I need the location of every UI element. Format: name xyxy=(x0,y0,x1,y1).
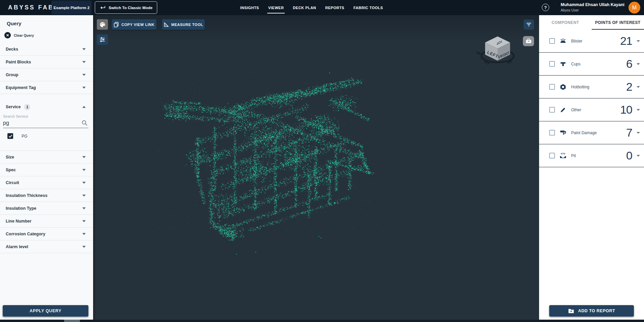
nav-tab-insights[interactable]: INSIGHTS xyxy=(240,0,259,15)
pit-icon xyxy=(559,152,567,159)
filter-accordion-size[interactable]: Size xyxy=(0,151,93,164)
filter-label: Corrosion Category xyxy=(6,232,45,236)
pg-option-label: PG xyxy=(22,134,27,139)
blister-icon xyxy=(559,37,567,45)
other-checkbox[interactable] xyxy=(549,107,555,113)
filter-label: Equipment Tag xyxy=(6,85,36,90)
user-menu[interactable]: Muhammad Ehsan Ullah Kayani Abyss User xyxy=(561,2,624,12)
other-icon xyxy=(559,106,567,114)
clear-query-button[interactable]: Clear Query xyxy=(4,32,93,38)
platform-selector[interactable]: Example Platform 2 xyxy=(52,1,91,14)
poi-row-paint-damage: Paint Damage7 xyxy=(539,121,644,144)
poi-label: Hotbolting xyxy=(571,85,589,89)
poi-filter-button[interactable] xyxy=(524,20,534,30)
poi-label: Pit xyxy=(571,153,576,158)
filter-label: Spec xyxy=(6,168,16,172)
avatar[interactable]: M xyxy=(628,2,640,13)
main-nav: INSIGHTSVIEWERDECK PLANREPORTSFABRIC TOO… xyxy=(240,0,383,15)
chevron-down-icon xyxy=(82,207,86,209)
clear-query-label: Clear Query xyxy=(14,33,34,37)
filter-accordion-service[interactable]: Service 1 xyxy=(0,99,93,114)
poi-row-other: Other10 xyxy=(539,98,644,121)
poi-count: 0 xyxy=(626,149,632,162)
return-arrow-icon xyxy=(100,5,106,10)
chevron-down-icon xyxy=(82,74,86,76)
poi-list: Blister21Cups6Hotbolting2Other10Paint Da… xyxy=(539,30,644,167)
folder-plus-icon xyxy=(568,309,574,314)
tab-points-of-interest[interactable]: POINTS OF INTEREST xyxy=(592,15,644,30)
chevron-down-icon[interactable] xyxy=(637,40,640,42)
chevron-down-icon xyxy=(82,48,86,50)
filter-accordion-paint-blocks[interactable]: Paint Blocks xyxy=(0,56,93,68)
filter-accordion-equipment-tag[interactable]: Equipment Tag xyxy=(0,81,93,94)
service-count-badge: 1 xyxy=(24,104,30,110)
paint-damage-icon xyxy=(559,129,567,137)
orientation-cube[interactable]: TOP LEFT FRONT xyxy=(471,33,525,77)
copy-view-link-button[interactable]: COPY VIEW LINK xyxy=(112,19,157,30)
filter-accordion-spec[interactable]: Spec xyxy=(0,164,93,176)
help-icon[interactable]: ? xyxy=(542,4,549,11)
clear-circle-x-icon xyxy=(4,32,11,38)
search-service-input[interactable] xyxy=(3,120,81,126)
copy-view-link-label: COPY VIEW LINK xyxy=(121,23,155,27)
filter-label: Size xyxy=(6,155,14,159)
poi-row-cups: Cups6 xyxy=(539,53,644,76)
switch-to-classic-mode-button[interactable]: Switch To Classic Mode xyxy=(95,1,157,14)
copy-icon xyxy=(114,22,119,27)
filter-accordion-corrosion-category[interactable]: Corrosion Category xyxy=(0,228,93,240)
filter-list-icon xyxy=(526,22,532,27)
paint-damage-checkbox[interactable] xyxy=(549,130,555,136)
chevron-down-icon xyxy=(82,246,86,248)
measure-tool-button[interactable]: MEASURE TOOL xyxy=(162,19,205,30)
chevron-down-icon xyxy=(82,61,86,63)
poi-count: 6 xyxy=(626,57,632,70)
apply-query-button[interactable]: APPLY QUERY xyxy=(3,305,88,317)
horizontal-scrollbar-thumb[interactable] xyxy=(64,320,80,322)
chevron-down-icon[interactable] xyxy=(637,132,640,134)
measure-ruler-icon xyxy=(164,22,169,27)
nav-tab-viewer[interactable]: VIEWER xyxy=(268,0,284,15)
poi-label: Paint Damage xyxy=(571,130,597,135)
point-cloud-viewer: COPY VIEW LINK MEASURE TOOL TOP LEFT FRO… xyxy=(93,15,539,320)
nav-tab-reports[interactable]: REPORTS xyxy=(325,0,344,15)
poi-panel: COMPONENTPOINTS OF INTEREST Blister21Cup… xyxy=(539,15,644,320)
chevron-down-icon[interactable] xyxy=(637,109,640,111)
add-to-report-button[interactable]: ADD TO REPORT xyxy=(549,305,634,317)
color-palette-button[interactable] xyxy=(97,19,108,30)
pg-checkbox[interactable] xyxy=(7,133,13,139)
filter-accordion-alarm-level[interactable]: Alarm level xyxy=(0,240,93,253)
filter-accordion-line-number[interactable]: Line Number xyxy=(0,215,93,228)
chevron-down-icon xyxy=(82,87,86,89)
chevron-down-icon[interactable] xyxy=(637,63,640,65)
filter-label: Alarm level xyxy=(6,244,28,249)
poi-label: Other xyxy=(571,108,581,112)
chevron-down-icon xyxy=(82,182,86,184)
horizontal-scrollbar xyxy=(0,320,644,322)
hotbolting-checkbox[interactable] xyxy=(549,84,555,90)
cups-checkbox[interactable] xyxy=(549,61,555,67)
filter-label: Insulation Type xyxy=(6,206,36,211)
filter-accordion-insulation-type[interactable]: Insulation Type xyxy=(0,202,93,215)
pit-checkbox[interactable] xyxy=(549,153,555,158)
search-icon xyxy=(81,120,88,126)
chevron-down-icon[interactable] xyxy=(637,155,640,157)
tab-component[interactable]: COMPONENT xyxy=(539,15,592,30)
nav-tab-deck-plan[interactable]: DECK PLAN xyxy=(293,0,316,15)
toolbox-icon xyxy=(525,38,532,44)
filter-accordion-group[interactable]: Group xyxy=(0,68,93,81)
poi-count: 10 xyxy=(620,103,632,116)
user-role: Abyss User xyxy=(561,8,624,12)
poi-row-blister: Blister21 xyxy=(539,30,644,53)
display-settings-button[interactable] xyxy=(97,34,108,45)
service-option-row: PG xyxy=(7,133,93,139)
blister-checkbox[interactable] xyxy=(549,38,555,44)
cups-icon xyxy=(559,60,567,68)
chevron-down-icon xyxy=(82,233,86,235)
chevron-down-icon[interactable] xyxy=(637,86,640,88)
filter-accordion-circuit[interactable]: Circuit xyxy=(0,176,93,189)
filter-accordion-decks[interactable]: Decks xyxy=(0,43,93,56)
poi-count: 2 xyxy=(626,80,632,93)
panel-tabs: COMPONENTPOINTS OF INTEREST xyxy=(539,15,644,30)
filter-accordion-insulation-thickness[interactable]: Insulation Thickness xyxy=(0,189,93,202)
nav-tab-fabric-tools[interactable]: FABRIC TOOLS xyxy=(354,0,383,15)
